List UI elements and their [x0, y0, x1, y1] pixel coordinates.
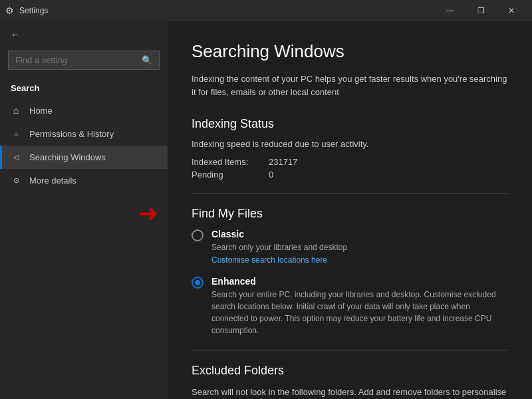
close-button[interactable]: ✕ — [496, 0, 527, 21]
minimize-button[interactable]: — — [435, 0, 466, 21]
sidebar-item-home[interactable]: ⌂ Home — [0, 98, 168, 122]
intro-text: Indexing the content of your PC helps yo… — [192, 72, 508, 98]
classic-label: Classic — [211, 229, 347, 239]
app-container: ← 🔍 Search ⌂ Home ○ Permissions & Histor… — [0, 21, 532, 399]
back-arrow-icon: ← — [11, 29, 20, 40]
title-bar-title: Settings — [19, 6, 48, 15]
sidebar-section-label: Search — [0, 78, 168, 98]
pending-row: Pending 0 — [192, 170, 508, 180]
enhanced-option-content: Enhanced Search your entire PC, includin… — [211, 276, 508, 336]
indexed-items-row: Indexed Items: 231717 — [192, 157, 508, 167]
divider-2 — [192, 350, 508, 350]
enhanced-description: Search your entire PC, including your li… — [211, 289, 508, 336]
search-icon: 🔍 — [142, 55, 152, 65]
permissions-icon: ○ — [11, 130, 21, 138]
title-bar: ⚙ Settings — ❐ ✕ — [0, 0, 532, 21]
pending-value: 0 — [269, 170, 273, 180]
indexed-items-label: Indexed Items: — [192, 157, 258, 167]
searching-icon: ◁ — [11, 153, 21, 162]
customise-locations-link[interactable]: Customise search locations here — [211, 255, 327, 265]
sidebar-item-searching-label: Searching Windows — [29, 152, 106, 162]
settings-icon: ⚙ — [5, 5, 14, 16]
pending-label: Pending — [192, 170, 258, 180]
home-icon: ⌂ — [11, 105, 21, 116]
indexing-status-text: Indexing speed is reduced due to user ac… — [192, 139, 508, 149]
sidebar-item-permissions-history[interactable]: ○ Permissions & History — [0, 122, 168, 146]
search-input[interactable] — [15, 55, 136, 65]
enhanced-radio-circle[interactable] — [192, 277, 203, 289]
indexed-items-value: 231717 — [269, 157, 297, 167]
maximize-button[interactable]: ❐ — [466, 0, 496, 21]
enhanced-label: Enhanced — [211, 276, 508, 287]
classic-radio-option[interactable]: Classic Search only your libraries and d… — [192, 229, 508, 265]
classic-option-content: Classic Search only your libraries and d… — [211, 229, 347, 265]
find-my-files-heading: Find My Files — [192, 207, 508, 221]
back-button[interactable]: ← — [0, 21, 168, 48]
sidebar-item-more-details-label: More details — [29, 176, 76, 186]
sidebar-item-searching-windows[interactable]: ◁ Searching Windows — [0, 146, 168, 169]
enhanced-radio-option[interactable]: Enhanced Search your entire PC, includin… — [192, 276, 508, 336]
sidebar-item-home-label: Home — [29, 106, 53, 116]
excluded-folders-heading: Excluded Folders — [192, 364, 508, 378]
arrow-indicator: ➜ — [138, 200, 158, 227]
title-bar-left: ⚙ Settings — [5, 5, 48, 16]
search-box[interactable]: 🔍 — [8, 51, 160, 70]
classic-description: Search only your libraries and desktop — [211, 241, 347, 253]
excluded-folders-description: Search will not look in the following fo… — [192, 386, 508, 399]
divider-1 — [192, 193, 508, 194]
indexing-status-heading: Indexing Status — [192, 117, 508, 131]
main-content: Searching Windows Indexing the content o… — [168, 21, 532, 399]
classic-radio-circle[interactable] — [192, 229, 203, 241]
sidebar-item-permissions-label: Permissions & History — [29, 129, 114, 139]
sidebar-item-more-details[interactable]: ⊙ More details — [0, 169, 168, 192]
more-details-icon: ⊙ — [11, 176, 21, 185]
page-title: Searching Windows — [192, 41, 508, 62]
title-bar-controls: — ❐ ✕ — [435, 0, 527, 21]
